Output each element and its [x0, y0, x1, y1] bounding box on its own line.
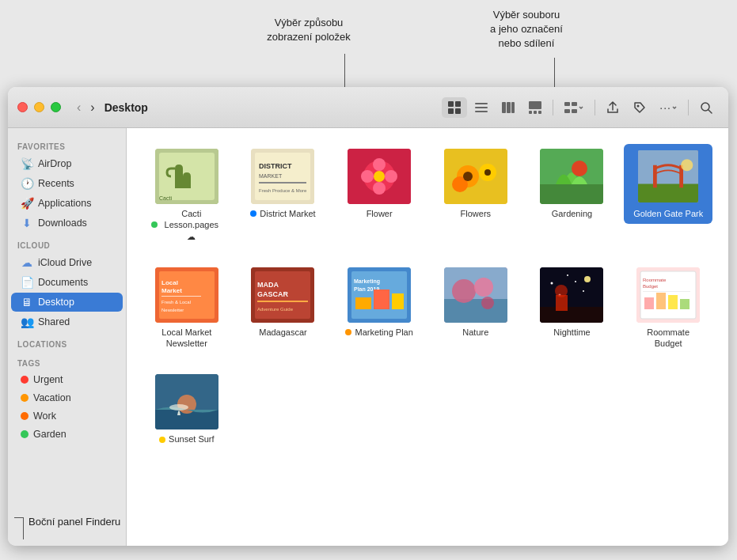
golden-gate-preview — [638, 149, 698, 204]
svg-rect-43 — [540, 184, 603, 204]
svg-text:Roommate: Roommate — [643, 278, 667, 282]
search-button[interactable] — [693, 97, 719, 118]
favorites-label: Favorites — [8, 134, 126, 153]
columns-icon — [501, 100, 515, 115]
thumb-nature — [444, 267, 507, 323]
svg-text:Newsletter: Newsletter — [161, 308, 184, 312]
svg-text:DISTRICT: DISTRICT — [259, 162, 292, 170]
district-market-label: District Market — [260, 208, 315, 219]
tag-button[interactable] — [627, 97, 652, 118]
file-item-marketing-plan[interactable]: Marketing Plan 2019 Marketing Plan — [335, 263, 424, 342]
svg-rect-68 — [374, 289, 389, 309]
tag-icon — [633, 100, 647, 115]
svg-text:Local: Local — [161, 279, 178, 286]
vacation-dot — [21, 394, 28, 402]
district-tag — [250, 210, 256, 217]
file-item-golden-gate[interactable]: Golden Gate Park — [624, 144, 712, 224]
file-item-gardening[interactable]: Gardening — [528, 144, 617, 224]
sidebar-item-urgent[interactable]: Urgent — [11, 371, 123, 388]
golden-gate-label: Golden Gate Park — [633, 208, 703, 219]
marketing-preview: Marketing Plan 2019 — [348, 267, 411, 323]
file-item-roommate[interactable]: Roommate Budget RoommateBudget — [624, 263, 712, 354]
svg-point-34 — [385, 170, 397, 183]
list-icon — [474, 100, 488, 115]
sidebar-item-documents[interactable]: 📄 Documents — [11, 273, 123, 292]
more-button[interactable]: ··· — [654, 98, 683, 117]
roommate-label: RoommateBudget — [647, 327, 690, 350]
file-item-flower[interactable]: Flower — [335, 144, 424, 224]
share-button[interactable] — [600, 97, 625, 118]
madagascar-preview: MADA GASCAR Adventure Guide — [251, 267, 314, 323]
group-button[interactable] — [558, 97, 590, 118]
svg-rect-1 — [455, 101, 461, 107]
svg-rect-9 — [511, 102, 515, 113]
sidebar-item-desktop[interactable]: 🖥 Desktop — [11, 293, 123, 312]
svg-rect-15 — [572, 102, 577, 106]
back-button[interactable]: ‹ — [74, 99, 84, 116]
svg-rect-61 — [257, 301, 308, 302]
file-item-sunset-surf[interactable]: Sunset Surf — [142, 369, 231, 449]
sidebar-item-work[interactable]: Work — [11, 407, 123, 425]
chevron-down-icon — [578, 104, 584, 111]
nature-preview — [444, 267, 507, 323]
svg-point-77 — [551, 282, 553, 284]
svg-point-81 — [575, 281, 576, 282]
separator-3 — [688, 100, 689, 115]
finder-window: ‹ › Desktop — [8, 87, 728, 546]
file-item-nighttime[interactable]: Nighttime — [528, 263, 617, 342]
view-grid-button[interactable] — [442, 97, 467, 118]
toolbar-icons: ··· — [442, 97, 719, 118]
file-item-local-market[interactable]: Local Market Fresh & Local Newsletter Lo… — [142, 263, 231, 354]
sidebar-item-label-downloads: Downloads — [38, 218, 87, 229]
file-item-district-market[interactable]: DISTRICT MARKET Fresh Produce & More Dis… — [239, 144, 328, 224]
thumb-madagascar: MADA GASCAR Adventure Guide — [251, 267, 314, 323]
svg-rect-89 — [643, 291, 690, 292]
svg-rect-8 — [507, 102, 511, 113]
share-icon — [606, 100, 620, 115]
sidebar-item-recents[interactable]: 🕐 Recents — [11, 174, 123, 193]
urgent-dot — [21, 376, 28, 384]
sidebar-item-icloud-drive[interactable]: ☁ iCloud Drive — [11, 253, 123, 272]
cacti-preview: Cacti — [155, 149, 218, 204]
sidebar: Favorites 📡 AirDrop 🕐 Recents 🚀 Applicat… — [8, 128, 127, 546]
file-item-cacti[interactable]: Cacti CactiLesson.pages ☁ — [142, 144, 231, 247]
sidebar-item-label-airdrop: AirDrop — [38, 158, 71, 169]
finder-body: Favorites 📡 AirDrop 🕐 Recents 🚀 Applicat… — [8, 128, 728, 546]
work-dot — [21, 412, 28, 420]
sidebar-item-garden[interactable]: Garden — [11, 426, 123, 443]
file-item-madagascar[interactable]: MADA GASCAR Adventure Guide Madagascar — [239, 263, 328, 342]
svg-text:Cacti: Cacti — [159, 195, 172, 201]
sidebar-item-shared[interactable]: 👥 Shared — [11, 312, 123, 331]
thumb-district-market: DISTRICT MARKET Fresh Produce & More — [251, 149, 314, 204]
sidebar-item-vacation[interactable]: Vacation — [11, 389, 123, 407]
forward-button[interactable]: › — [87, 99, 97, 116]
svg-point-73 — [474, 278, 493, 297]
bottom-bracket — [14, 517, 24, 539]
svg-point-49 — [681, 159, 693, 171]
title-bar: ‹ › Desktop — [8, 87, 728, 128]
file-item-nature[interactable]: Nature — [431, 263, 520, 342]
file-item-flowers[interactable]: Flowers — [431, 144, 520, 224]
view-list-button[interactable] — [469, 97, 494, 118]
svg-point-76 — [584, 276, 591, 282]
svg-rect-67 — [355, 297, 371, 309]
svg-text:GASCAR: GASCAR — [257, 290, 289, 298]
svg-rect-83 — [556, 295, 568, 311]
svg-rect-4 — [475, 103, 488, 104]
bottom-annotation-label: Boční panel Finderu — [28, 516, 120, 528]
shared-icon: 👥 — [21, 316, 33, 328]
maximize-button[interactable] — [51, 102, 61, 112]
annotation-file-select: Výběr souborua jeho označenínebo sdílení — [459, 8, 594, 51]
close-button[interactable] — [17, 102, 28, 112]
thumb-marketing: Marketing Plan 2019 — [348, 267, 411, 323]
sidebar-item-downloads[interactable]: ⬇ Downloads — [11, 214, 123, 233]
minimize-button[interactable] — [34, 102, 44, 112]
file-grid: Cacti CactiLesson.pages ☁ — [127, 128, 728, 546]
view-gallery-button[interactable] — [522, 97, 548, 118]
sidebar-item-label-recents: Recents — [38, 178, 74, 189]
svg-rect-3 — [455, 108, 461, 114]
view-columns-button[interactable] — [496, 97, 521, 118]
marketing-tag — [345, 329, 351, 335]
sidebar-item-airdrop[interactable]: 📡 AirDrop — [11, 154, 123, 173]
sidebar-item-applications[interactable]: 🚀 Applications — [11, 194, 123, 213]
